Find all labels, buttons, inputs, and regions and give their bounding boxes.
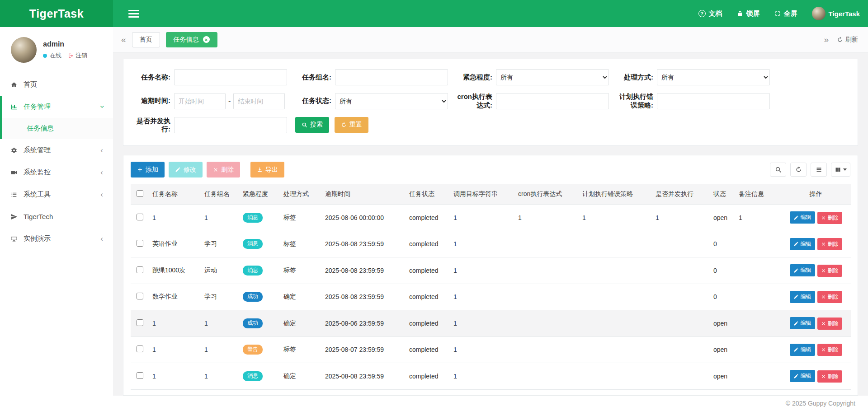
- sidebar-item-label: 系统工具: [24, 190, 51, 199]
- cell-overdue: 2025-08-08 23:59:59: [321, 231, 406, 257]
- cell-handle: 标签: [280, 336, 321, 363]
- nav-fullscreen-label: 全屏: [784, 9, 797, 18]
- cell-select: [131, 205, 149, 231]
- row-checkbox[interactable]: [137, 372, 143, 379]
- column-header: 状态: [710, 184, 735, 205]
- delete-button-label: 删除: [221, 166, 234, 174]
- cron-input[interactable]: [496, 93, 609, 109]
- cell-name: 1: [149, 310, 201, 337]
- cell-concurrent: 1: [652, 205, 710, 231]
- row-edit-button[interactable]: 编辑: [790, 211, 815, 224]
- tab-task-info[interactable]: 任务信息: [166, 32, 217, 47]
- urgency-select[interactable]: 所有: [496, 69, 609, 85]
- row-checkbox[interactable]: [137, 346, 143, 352]
- row-delete-button[interactable]: 删除: [817, 265, 842, 277]
- row-edit-button[interactable]: 编辑: [790, 291, 815, 303]
- tab-refresh-button[interactable]: 刷新: [837, 36, 858, 44]
- table-columns-button[interactable]: [831, 163, 850, 177]
- row-checkbox[interactable]: [137, 293, 143, 299]
- edit-icon: [793, 321, 799, 326]
- handle-mode-select[interactable]: 所有: [657, 69, 770, 85]
- task-group-input[interactable]: [335, 69, 448, 85]
- start-time-input[interactable]: [174, 93, 226, 109]
- row-checkbox[interactable]: [137, 266, 143, 273]
- tab-close-icon[interactable]: [203, 36, 210, 43]
- modify-button[interactable]: 修改: [169, 162, 203, 177]
- row-delete-button[interactable]: 删除: [817, 344, 842, 356]
- select-all-checkbox[interactable]: [137, 190, 143, 197]
- logout-link[interactable]: 注销: [68, 51, 87, 60]
- cell-cron: 1: [514, 205, 579, 231]
- urgency-badge: 成功: [243, 318, 263, 328]
- row-delete-button[interactable]: 删除: [817, 291, 842, 303]
- column-header: 任务组名: [201, 184, 239, 205]
- sidebar-item-task-management[interactable]: 任务管理: [2, 96, 113, 118]
- cell-operations: 编辑删除: [780, 363, 851, 390]
- row-delete-button[interactable]: 删除: [817, 212, 842, 224]
- export-button[interactable]: 导出: [250, 162, 284, 177]
- nav-docs-link[interactable]: ? 文档: [698, 9, 722, 18]
- end-time-input[interactable]: [233, 93, 285, 109]
- sidebar-toggle-button[interactable]: [128, 8, 139, 19]
- user-avatar-small: [812, 7, 826, 20]
- task-status-select[interactable]: 所有: [335, 93, 448, 109]
- table-row: 11消息确定2025-08-08 23:59:59completed1open编…: [131, 363, 851, 390]
- row-edit-button[interactable]: 编辑: [790, 238, 815, 250]
- sidebar-item-system-tools[interactable]: 系统工具: [0, 183, 113, 206]
- sidebar-item-demo[interactable]: 实例演示: [0, 228, 113, 250]
- nav-lock-link[interactable]: 锁屏: [737, 9, 760, 18]
- row-delete-button[interactable]: 删除: [817, 370, 842, 383]
- table-refresh-button[interactable]: [790, 163, 807, 177]
- sidebar-item-system-monitor[interactable]: 系统监控: [0, 161, 113, 183]
- tabs-scroll-left-icon[interactable]: [121, 35, 126, 44]
- sidebar-item-task-info[interactable]: 任务信息: [2, 118, 113, 139]
- column-header: 处理方式: [280, 184, 321, 205]
- delete-button[interactable]: 删除: [207, 162, 240, 177]
- row-edit-button[interactable]: 编辑: [790, 317, 815, 329]
- row-delete-button[interactable]: 删除: [817, 238, 842, 250]
- row-checkbox[interactable]: [137, 214, 143, 220]
- concurrent-input[interactable]: [174, 117, 287, 133]
- sidebar-item-home[interactable]: 首页: [0, 74, 113, 96]
- cell-remark: [735, 310, 780, 337]
- tabs-scroll-right-icon[interactable]: [824, 35, 829, 44]
- row-edit-button[interactable]: 编辑: [790, 344, 815, 356]
- error-policy-input[interactable]: [657, 93, 770, 109]
- cell-policy: [579, 363, 652, 390]
- tab-home[interactable]: 首页: [132, 32, 160, 47]
- column-header: 备注信息: [735, 184, 780, 205]
- cell-policy: 1: [579, 205, 652, 231]
- x-icon: [821, 374, 826, 379]
- cell-target: 1: [450, 284, 514, 310]
- cell-policy: [579, 257, 652, 284]
- nav-user-menu[interactable]: TigerTask: [812, 7, 860, 20]
- reset-button[interactable]: 重置: [335, 117, 368, 133]
- reset-icon: [341, 122, 347, 128]
- row-checkbox[interactable]: [137, 319, 143, 326]
- nav-fullscreen-link[interactable]: 全屏: [774, 9, 797, 18]
- handle-mode-label: 处理方式:: [614, 73, 653, 82]
- add-button[interactable]: 添加: [131, 162, 165, 177]
- urgency-badge: 消息: [243, 213, 263, 223]
- cell-urgency: 消息: [239, 389, 280, 396]
- x-icon: [213, 167, 218, 173]
- task-name-input[interactable]: [174, 69, 287, 85]
- row-checkbox[interactable]: [137, 240, 143, 247]
- cell-state: open: [710, 310, 735, 337]
- x-icon: [821, 347, 826, 352]
- sidebar-group-task-management: 任务管理 任务信息: [0, 96, 113, 139]
- cell-concurrent: [652, 257, 710, 284]
- table-list-view-button[interactable]: [811, 163, 827, 177]
- overdue-time-label: 逾期时间:: [132, 97, 170, 105]
- sidebar-item-tigertech[interactable]: TigerTech: [0, 206, 113, 228]
- row-delete-button[interactable]: 删除: [817, 318, 842, 330]
- row-edit-button[interactable]: 编辑: [790, 264, 815, 276]
- cell-concurrent: [652, 310, 710, 337]
- search-button[interactable]: 搜索: [295, 117, 329, 133]
- cell-status: completed: [406, 389, 450, 396]
- cell-overdue: 2025-08-08 23:59:59: [321, 284, 406, 310]
- download-icon: [257, 167, 263, 173]
- sidebar-item-system-management[interactable]: 系统管理: [0, 139, 113, 161]
- row-edit-button[interactable]: 编辑: [790, 370, 815, 382]
- table-search-button[interactable]: [770, 163, 786, 177]
